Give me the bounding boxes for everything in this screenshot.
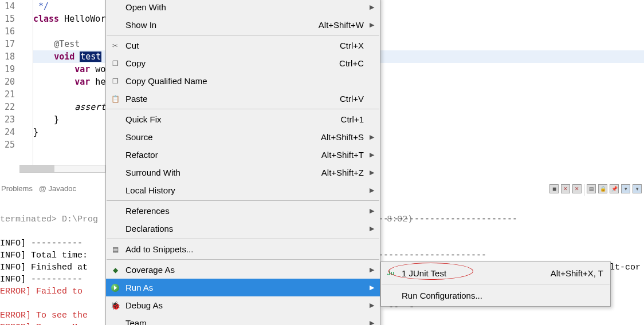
line-number: 14 [0, 0, 17, 13]
paste-icon: 📋 [111, 94, 120, 104]
tab-problems[interactable]: Problems [1, 184, 33, 193]
menu-item-copy-qualified-name[interactable]: ❐Copy Qualified Name [106, 72, 380, 90]
submenu-arrow-icon: ▶ [367, 284, 374, 291]
menu-item-label: Copy Qualified Name [125, 76, 367, 86]
submenu-separator [382, 284, 610, 284]
menu-item-debug-as[interactable]: 🐞Debug As▶ [106, 296, 380, 314]
terminate-icon[interactable]: ◼ [549, 184, 559, 193]
menu-separator [107, 239, 379, 239]
submenu-arrow-icon: ▶ [367, 207, 374, 215]
submenu-item-junit-test[interactable]: Ju 1 JUnit Test Alt+Shift+X, T [381, 263, 610, 283]
menu-item-shortcut: Alt+Shift+W [319, 20, 364, 30]
submenu-shortcut: Alt+Shift+X, T [551, 268, 603, 278]
menu-separator [107, 109, 379, 109]
menu-item-run-as[interactable]: Run As▶ [106, 279, 380, 296]
console-toolbar: ◼ ✕ ✕ ▤ 🔒 📌 ▾ ▾ [549, 184, 642, 196]
menu-item-cut[interactable]: ✂CutCtrl+X [106, 37, 380, 54]
submenu-arrow-icon: ▶ [367, 266, 374, 274]
cut-icon: ✂ [111, 41, 120, 50]
pin-console-icon[interactable]: 📌 [610, 184, 619, 193]
horizontal-scrollbar[interactable] [19, 165, 105, 173]
menu-item-copy[interactable]: ❐CopyCtrl+C [106, 54, 380, 72]
menu-item-declarations[interactable]: Declarations▶ [106, 220, 380, 237]
menu-item-shortcut: Alt+Shift+T [321, 150, 364, 160]
line-number: 15 [0, 13, 17, 25]
menu-item-shortcut: Ctrl+X [340, 41, 364, 50]
open-console-icon[interactable]: ▾ [633, 184, 642, 193]
submenu-arrow-icon: ▶ [367, 302, 374, 309]
console-fragment: --------------------- [378, 249, 486, 261]
menu-item-label: Local History [125, 185, 367, 195]
menu-item-label: Refactor [125, 150, 321, 160]
menu-item-references[interactable]: References▶ [106, 202, 380, 220]
menu-item-shortcut: Ctrl+C [339, 58, 364, 68]
submenu-arrow-icon: ▶ [367, 133, 374, 141]
menu-item-label: Run As [125, 283, 367, 292]
menu-separator [107, 200, 379, 201]
console-fragment: lt-cor [610, 261, 642, 274]
line-number: 24 [0, 126, 17, 138]
copyq-icon: ❐ [111, 77, 120, 86]
submenu-arrow-icon: ▶ [367, 3, 374, 11]
line-number: 23 [0, 113, 17, 126]
menu-item-team[interactable]: Team▶ [106, 314, 380, 325]
submenu-arrow-icon: ▶ [367, 319, 374, 325]
snip-icon: ▤ [111, 245, 120, 254]
line-number: 20 [0, 76, 17, 88]
line-number: 25 [0, 138, 17, 151]
cov-icon: ◆ [111, 265, 120, 275]
line-number: 19 [0, 63, 17, 76]
menu-item-source[interactable]: SourceAlt+Shift+S▶ [106, 128, 380, 146]
remove-launch-icon[interactable]: ✕ [561, 184, 570, 193]
tab-javadoc[interactable]: Javadoc [49, 184, 76, 193]
menu-item-show-in[interactable]: Show InAlt+Shift+W▶ [106, 16, 380, 34]
display-selected-console-icon[interactable]: ▾ [621, 184, 630, 193]
submenu-item-run-configurations[interactable]: Run Configurations... [381, 286, 610, 305]
run-as-submenu[interactable]: Ju 1 JUnit Test Alt+Shift+X, T Run Confi… [380, 261, 611, 307]
menu-item-label: Quick Fix [125, 114, 341, 124]
menu-item-label: Surround With [125, 168, 321, 177]
menu-separator [107, 259, 379, 260]
scroll-lock-icon[interactable]: 🔒 [598, 184, 607, 193]
menu-item-label: Copy [125, 58, 339, 68]
copy-icon: ❐ [111, 59, 120, 68]
line-number: 18 [0, 50, 17, 63]
remove-all-icon[interactable]: ✕ [572, 184, 582, 193]
menu-item-local-history[interactable]: Local History▶ [106, 181, 380, 199]
menu-item-paste[interactable]: 📋PasteCtrl+V [106, 90, 380, 108]
menu-item-label: References [125, 206, 367, 216]
menu-item-label: Team [125, 318, 367, 325]
menu-item-label: Coverage As [125, 265, 367, 275]
submenu-label: 1 JUnit Test [402, 268, 551, 278]
submenu-arrow-icon: ▶ [367, 151, 374, 158]
menu-item-quick-fix[interactable]: Quick FixCtrl+1 [106, 110, 380, 128]
menu-item-coverage-as[interactable]: ◆Coverage As▶ [106, 261, 380, 279]
line-number-gutter: 141516171819202122232425 [0, 0, 17, 172]
context-menu[interactable]: Open With▶Show InAlt+Shift+W▶✂CutCtrl+X❐… [105, 0, 380, 325]
submenu-arrow-icon: ▶ [367, 169, 374, 176]
menu-separator [107, 35, 379, 35]
menu-item-open-with[interactable]: Open With▶ [106, 0, 380, 16]
menu-item-refactor[interactable]: RefactorAlt+Shift+T▶ [106, 146, 380, 164]
menu-item-add-to-snippets[interactable]: ▤Add to Snippets... [106, 240, 380, 258]
menu-item-label: Debug As [125, 300, 367, 310]
line-number: 21 [0, 88, 17, 101]
clear-console-icon[interactable]: ▤ [587, 184, 596, 193]
line-number: 16 [0, 25, 17, 38]
menu-item-shortcut: Ctrl+1 [341, 114, 364, 124]
menu-item-label: Cut [125, 41, 340, 50]
line-number: 22 [0, 101, 17, 113]
menu-item-label: Paste [125, 94, 340, 104]
submenu-arrow-icon: ▶ [367, 21, 374, 29]
menu-item-surround-with[interactable]: Surround WithAlt+Shift+Z▶ [106, 164, 380, 181]
menu-item-shortcut: Ctrl+V [340, 94, 364, 104]
menu-item-label: Open With [125, 2, 367, 12]
scrollbar-thumb[interactable] [20, 165, 54, 172]
menu-item-label: Source [125, 132, 321, 142]
menu-item-label: Show In [125, 20, 319, 30]
annotation-gutter [17, 0, 33, 172]
line-number: 17 [0, 38, 17, 50]
junit-icon: Ju [386, 268, 396, 278]
menu-item-shortcut: Alt+Shift+Z [321, 168, 364, 177]
menu-item-label: Declarations [125, 224, 367, 233]
